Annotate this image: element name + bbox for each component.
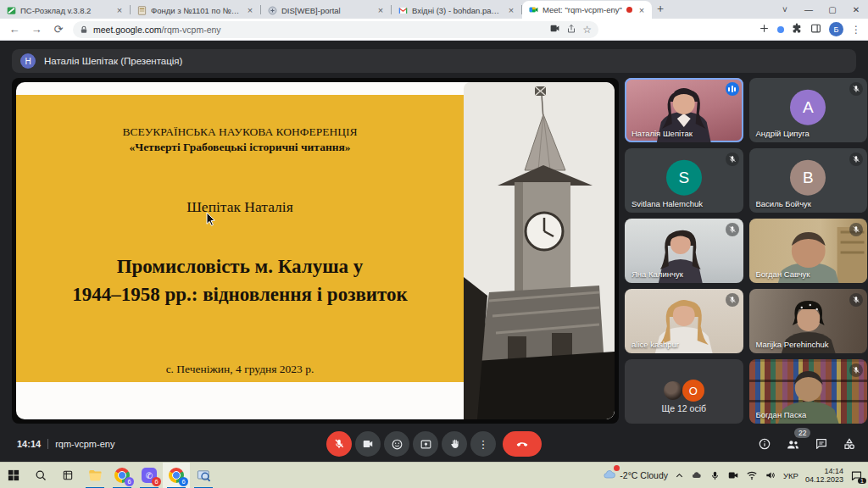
notification-count-badge: 1 (858, 478, 866, 484)
maximize-button[interactable]: ▢ (821, 5, 844, 14)
extension-dot-icon[interactable] (777, 26, 784, 33)
participant-tile[interactable]: Богдан Савчук (749, 219, 868, 283)
tab-title: Фонди з №1101 по №1200 – Li (151, 6, 241, 15)
chat-panel-icon[interactable] (815, 437, 828, 451)
tab-disweb[interactable]: DIS[WEB]-portal × (261, 2, 391, 19)
present-screen-button[interactable] (413, 431, 438, 457)
tab-ps-rozklad[interactable]: ПС-Розклад v.3.8.2 × (0, 2, 130, 19)
minimize-button[interactable]: — (797, 5, 821, 14)
presenter-avatar: H (20, 53, 36, 69)
ps-rozklad-favicon-icon (7, 6, 16, 15)
meet-panel-icons: 22 (758, 437, 856, 452)
start-button[interactable] (0, 463, 27, 488)
tray-date: 04.12.2023 (805, 475, 843, 484)
participant-tile[interactable]: Наталія Шепітак (625, 78, 743, 142)
tray-mic-icon[interactable] (709, 470, 721, 481)
lock-icon (80, 22, 88, 37)
tab-close-icon[interactable]: × (114, 6, 125, 14)
mic-off-icon (849, 82, 863, 96)
raise-hand-button[interactable] (442, 431, 467, 457)
participant-tile[interactable]: B Василь Бойчук (749, 148, 868, 213)
profile-avatar[interactable]: Б (829, 22, 843, 36)
tray-chevron-icon[interactable] (675, 471, 684, 480)
screen: ПС-Розклад v.3.8.2 × Фонди з №1101 по №1… (0, 0, 868, 488)
meeting-details-icon[interactable] (758, 437, 771, 451)
participant-name: Андрій Ципуга (756, 129, 810, 138)
participant-photo-avatar (664, 381, 682, 400)
volume-icon[interactable] (765, 469, 776, 481)
participant-tile[interactable]: Marijka Perehinchuk (749, 289, 868, 353)
extensions-puzzle-icon[interactable] (792, 22, 803, 37)
mic-off-icon (726, 223, 739, 236)
weather-alert-dot (614, 465, 620, 471)
people-panel-icon[interactable]: 22 (786, 437, 800, 452)
participants-grid: Наталія Шепітак A Андрій Ципуга S Svitla… (625, 78, 867, 424)
participant-initial-avatar: O (682, 380, 704, 402)
tray-time: 14:14 (824, 467, 843, 475)
end-call-button[interactable] (503, 431, 542, 457)
browser-menu-icon[interactable]: ⋮ (851, 24, 861, 36)
share-icon[interactable] (566, 22, 576, 37)
meeting-time: 14:14 (17, 439, 41, 449)
slide-conference-line2: «Четверті Грабовецькі історичні читання» (16, 141, 464, 154)
participant-tile[interactable]: A Андрій Ципуга (749, 78, 868, 142)
camera-toggle-button[interactable] (355, 431, 381, 457)
fondy-favicon-icon (137, 6, 147, 15)
participant-tile[interactable]: S Svitlana Halemchuk (625, 148, 743, 213)
participant-avatar: S (666, 160, 702, 196)
participant-name: Богдан Савчук (756, 269, 810, 279)
taskbar-search-icon[interactable] (27, 463, 54, 488)
tab-camera-in-use-icon[interactable] (549, 22, 560, 37)
mic-off-icon (849, 293, 863, 307)
tab-fondy[interactable]: Фонди з №1101 по №1200 – Li × (131, 2, 260, 19)
mic-toggle-button[interactable] (326, 431, 352, 457)
viber-app[interactable]: ✆6 (136, 463, 163, 488)
mic-off-icon (726, 152, 739, 166)
participant-tile[interactable]: Яна Калинчук (625, 219, 743, 283)
participants-count-badge: 22 (794, 428, 810, 438)
reload-button[interactable]: ⟳ (51, 23, 66, 36)
bookmark-star-icon[interactable]: ☆ (582, 24, 592, 36)
chrome-app-1[interactable]: 6 (108, 463, 136, 488)
language-indicator[interactable]: УКР (783, 471, 798, 480)
participant-tile[interactable]: Богдан Паска (749, 359, 868, 424)
onedrive-icon[interactable] (691, 469, 703, 481)
weather-widget[interactable]: -2°C Cloudy (603, 468, 668, 483)
tab-search-chevron-icon[interactable]: ˅ (773, 5, 797, 14)
chrome-app-2-active[interactable]: 6 (163, 463, 190, 488)
tab-meet-active[interactable]: Meet: "rqm-vcpm-eny" × (522, 1, 652, 19)
wifi-icon[interactable] (746, 469, 758, 481)
back-button[interactable]: ← (7, 23, 22, 36)
task-view-icon[interactable] (54, 463, 81, 488)
participant-name: Богдан Паска (756, 410, 807, 419)
address-bar[interactable]: meet.google.com/rqm-vcpm-eny ☆ (73, 21, 598, 38)
gmail-favicon-icon (398, 6, 408, 15)
tray-clock[interactable]: 14:14 04.12.2023 (805, 467, 843, 484)
presentation-stage[interactable]: ВСЕУКРАЇНСЬКА НАУКОВА КОНФЕРЕНЦІЯ «Четве… (12, 78, 619, 424)
new-tab-button[interactable]: ＋ (652, 1, 669, 16)
install-icon[interactable] (759, 22, 770, 37)
more-participants-tile[interactable]: O Ще 12 осіб (625, 359, 743, 424)
divider (47, 439, 48, 449)
tab-close-icon[interactable]: × (506, 6, 516, 14)
slide-footer: с. Печеніжин, 4 грудня 2023 р. (16, 363, 464, 376)
file-explorer-app[interactable] (81, 463, 108, 488)
more-options-button[interactable]: ⋮ (470, 431, 496, 457)
tray-camera-icon[interactable] (727, 469, 739, 481)
tab-close-icon[interactable]: × (376, 6, 386, 14)
forward-button[interactable]: → (29, 23, 44, 36)
tab-close-icon[interactable]: × (245, 6, 255, 14)
participant-tile[interactable]: alice kashpur (625, 289, 743, 353)
reactions-button[interactable] (384, 431, 409, 457)
tab-close-icon[interactable]: × (637, 6, 647, 14)
side-panel-icon[interactable] (810, 22, 821, 37)
activities-icon[interactable] (843, 437, 856, 451)
notification-center-icon[interactable]: 1 (850, 469, 863, 482)
search-tool-app[interactable] (190, 463, 217, 488)
weather-cloud-icon (603, 468, 616, 483)
window-controls: ˅ — ▢ ✕ (773, 0, 868, 19)
close-window-button[interactable]: ✕ (844, 5, 868, 14)
tab-gmail[interactable]: Вхідні (3) - bohdan.paska@pnu × (392, 2, 521, 19)
slide-clock-tower-photo (464, 82, 615, 419)
mouse-cursor-icon (206, 212, 216, 230)
